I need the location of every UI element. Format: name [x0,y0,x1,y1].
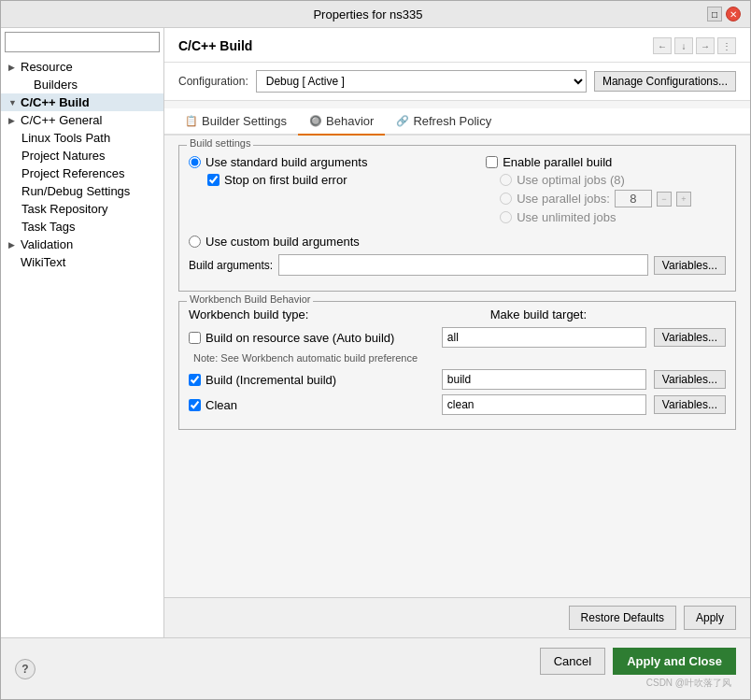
sidebar-item-builders[interactable]: Builders [1,76,163,93]
cancel-button[interactable]: Cancel [540,648,605,675]
enable-parallel-checkbox[interactable] [486,156,498,168]
build-right-col: Enable parallel build Use optimal jobs (… [486,151,726,227]
build-incremental-checkbox[interactable] [189,374,201,386]
build-args-label: Build arguments: [189,259,273,272]
sidebar-item-project-references[interactable]: Project References [1,164,163,182]
build-incremental-label: Build (Incremental build) [205,373,336,387]
build-on-save-target-input[interactable] [442,327,646,348]
build-on-save-variables-button[interactable]: Variables... [654,328,726,347]
sidebar: ▶ Resource Builders ▼ C/C++ Build ▶ C/C+… [1,28,164,637]
note-text: Note: See Workbench automatic build pref… [193,352,726,364]
build-settings-label: Build settings [187,137,253,149]
sidebar-item-label-task-repo: Task Repository [21,202,107,216]
sidebar-item-label-run-debug: Run/Debug Settings [21,184,130,198]
use-standard-radio[interactable] [189,156,201,168]
builder-settings-icon: 📋 [185,115,198,127]
use-custom-label: Use custom build arguments [205,235,360,249]
build-incremental-target-input[interactable] [442,369,646,390]
sidebar-item-label-resource: Resource [21,60,73,74]
sidebar-item-cpp-general[interactable]: ▶ C/C++ General [1,111,163,129]
clean-checkbox[interactable] [189,399,201,411]
sidebar-item-resource[interactable]: ▶ Resource [1,58,163,76]
clean-variables-button[interactable]: Variables... [654,395,726,414]
build-incremental-variables-button[interactable]: Variables... [654,370,726,389]
nav-menu-button[interactable]: ⋮ [717,37,736,54]
nav-forward-button[interactable]: → [696,37,715,54]
title-controls: □ ✕ [707,7,741,21]
sidebar-item-run-debug[interactable]: Run/Debug Settings [1,182,163,200]
wb-target-header: Make build target: [490,307,726,321]
clean-check: Clean [189,398,434,412]
tab-refresh-policy[interactable]: 🔗 Refresh Policy [385,108,503,136]
sidebar-item-label-validation: Validation [21,237,73,251]
apply-and-close-button[interactable]: Apply and Close [613,648,736,675]
wb-header: Workbench build type: Make build target: [189,307,726,321]
use-parallel-row: Use parallel jobs: − + [486,190,726,207]
restore-defaults-button[interactable]: Restore Defaults [569,606,676,630]
build-settings-inner: Use standard build arguments Stop on fir… [189,151,726,227]
main-panel: C/C++ Build ← ↓ → ⋮ Configuration: Debug… [164,28,750,637]
tab-builder-settings[interactable]: 📋 Builder Settings [174,108,298,136]
maximize-button[interactable]: □ [707,7,722,21]
use-custom-radio-row: Use custom build arguments [189,235,726,249]
parallel-jobs-input[interactable] [615,190,652,207]
build-incremental-check: Build (Incremental build) [189,373,434,387]
build-on-save-checkbox[interactable] [189,332,201,344]
tree-arrow-resource: ▶ [8,63,18,72]
build-on-save-label: Build on resource save (Auto build) [205,331,394,345]
stop-on-first-checkbox[interactable] [207,174,220,186]
apply-button[interactable]: Apply [684,606,736,630]
sidebar-tree: ▶ Resource Builders ▼ C/C++ Build ▶ C/C+… [1,56,163,637]
build-args-input[interactable] [278,254,648,276]
parallel-plus-button[interactable]: + [676,192,691,207]
title-bar: Properties for ns335 □ ✕ [1,1,750,28]
use-standard-radio-row: Use standard build arguments [189,155,476,169]
use-custom-radio[interactable] [189,236,201,248]
sidebar-item-linux-tools[interactable]: Linux Tools Path [1,129,163,147]
sidebar-item-label-builders: Builders [34,78,78,92]
refresh-policy-icon: 🔗 [396,115,409,127]
build-on-save-check: Build on resource save (Auto build) [189,331,434,345]
sidebar-item-label-cpp-general: C/C++ General [21,113,102,127]
use-optimal-row: Use optimal jobs (8) [486,173,726,187]
sidebar-item-validation[interactable]: ▶ Validation [1,236,163,253]
use-optimal-radio[interactable] [500,174,512,186]
panel-nav: ← ↓ → ⋮ [653,37,736,54]
close-button[interactable]: ✕ [726,7,741,21]
sidebar-item-task-tags[interactable]: Task Tags [1,218,163,236]
sidebar-item-task-repo[interactable]: Task Repository [1,200,163,218]
tab-behavior[interactable]: 🔘 Behavior [298,108,385,136]
use-optimal-label: Use optimal jobs (8) [517,173,625,187]
clean-target-input[interactable] [442,394,646,415]
nav-back-button[interactable]: ← [653,37,672,54]
behavior-icon: 🔘 [309,115,322,127]
window-title: Properties for ns335 [29,7,707,21]
sidebar-item-label-linux-tools: Linux Tools Path [21,131,110,145]
workbench-group-label: Workbench Build Behavior [187,293,313,305]
tab-builder-settings-label: Builder Settings [202,114,287,128]
sidebar-item-label-project-natures: Project Natures [21,149,106,163]
use-parallel-radio[interactable] [500,193,512,205]
sidebar-search-input[interactable] [5,32,160,52]
build-settings-group: Build settings Use standard build argume… [178,145,736,292]
config-select[interactable]: Debug [ Active ] [256,70,587,93]
properties-window: Properties for ns335 □ ✕ ▶ Resource Buil… [0,0,751,700]
config-row: Configuration: Debug [ Active ] Manage C… [164,63,750,101]
build-on-save-target [442,327,646,348]
sidebar-item-cpp-build[interactable]: ▼ C/C++ Build [1,93,163,111]
manage-configurations-button[interactable]: Manage Configurations... [594,71,736,92]
use-unlimited-radio[interactable] [500,211,512,223]
nav-down-button[interactable]: ↓ [674,37,693,54]
build-args-variables-button[interactable]: Variables... [654,256,726,275]
sidebar-item-wikitext[interactable]: WikiText [1,253,163,271]
dialog-bottom: ? Cancel Apply and Close CSDN @叶吹落了风 [1,637,750,699]
panel-title: C/C++ Build [178,38,252,53]
help-button[interactable]: ? [15,659,35,679]
panel-content: Build settings Use standard build argume… [164,136,750,597]
sidebar-search-container [5,32,160,52]
parallel-minus-button[interactable]: − [657,192,672,207]
wb-type-header: Workbench build type: [189,307,472,321]
sidebar-item-label-wikitext: WikiText [21,255,65,269]
sidebar-item-project-natures[interactable]: Project Natures [1,147,163,164]
enable-parallel-label: Enable parallel build [503,155,612,169]
